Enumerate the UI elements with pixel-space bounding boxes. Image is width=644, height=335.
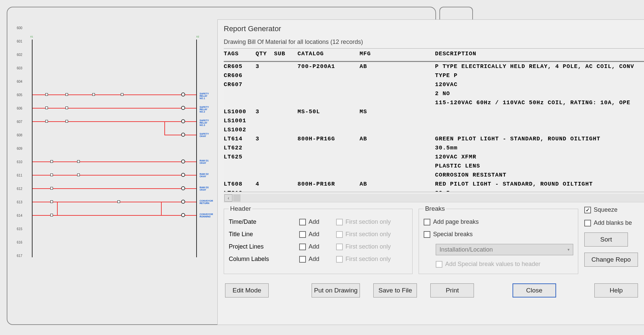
rung-join — [164, 121, 165, 135]
rung-label: CONVEYOR RETURN — [200, 200, 213, 204]
ladder-num: 606 — [17, 107, 22, 110]
comp — [77, 160, 80, 163]
rung-label: CONVEYOR RUNNING — [200, 213, 213, 218]
ladder-rail-right — [196, 40, 197, 257]
rung-label: SAFETY RELAY NO.2 — [200, 106, 211, 113]
comp — [45, 93, 48, 96]
comp — [45, 107, 48, 109]
bus-label: X2 — [196, 36, 199, 38]
add-special-header-checkbox: Add Special break values to header — [436, 261, 573, 268]
put-on-drawing-button[interactable]: Put on Drawing — [312, 283, 360, 297]
rung — [33, 108, 196, 109]
coil — [181, 92, 185, 96]
table-row[interactable]: CR606TYPE P — [224, 71, 644, 80]
titleline-add-checkbox[interactable]: Add — [299, 231, 336, 238]
header-group: Header Time/Date Add First section only … — [224, 205, 413, 274]
dialog-subtitle: Drawing Bill Of Material for all locatio… — [218, 37, 644, 48]
sort-button[interactable]: Sort — [584, 232, 628, 247]
ladder-num: 614 — [17, 214, 22, 217]
table-header-row: TAGS QTY SUB CATALOG MFG DESCRIPTION — [224, 49, 644, 62]
col-catalog: CATALOG — [298, 51, 360, 57]
coil — [181, 133, 185, 137]
change-report-button[interactable]: Change Repo — [584, 253, 638, 267]
coil — [181, 186, 185, 190]
comp — [50, 174, 53, 176]
columns-add-checkbox[interactable]: Add — [299, 256, 336, 263]
timedate-add-checkbox[interactable]: Add — [299, 218, 336, 225]
table-row[interactable]: CR607120VAC — [224, 80, 644, 89]
col-qty: QTY — [256, 51, 274, 57]
header-label: Project Lines — [229, 243, 299, 250]
comp — [77, 174, 80, 176]
comp — [65, 120, 68, 123]
ladder-num: 616 — [17, 241, 22, 244]
comp — [117, 200, 120, 203]
ladder-num: 602 — [17, 53, 22, 57]
coil — [181, 159, 185, 163]
table-row[interactable]: CR6053700-P200A1ABP TYPE ELECTRICALLY HE… — [224, 62, 644, 71]
coil — [181, 106, 185, 110]
project-add-checkbox[interactable]: Add — [299, 243, 336, 250]
close-button[interactable]: Close — [513, 283, 556, 297]
coil — [181, 173, 185, 177]
page-breaks-checkbox[interactable]: Add page breaks — [424, 218, 573, 225]
rung-join — [57, 202, 58, 216]
coil — [181, 119, 185, 123]
print-button[interactable]: Print — [430, 283, 474, 297]
ladder-num: 615 — [17, 227, 22, 231]
col-sub: SUB — [274, 51, 298, 57]
report-table[interactable]: TAGS QTY SUB CATALOG MFG DESCRIPTION CR6… — [224, 48, 644, 192]
coil — [181, 200, 185, 204]
table-row[interactable]: 115-120VAC 60Hz / 110VAC 50Hz COIL, RATI… — [224, 98, 644, 107]
rung-label: RAM D1 OKAY — [200, 159, 211, 164]
timedate-first-checkbox: First section only — [336, 218, 396, 225]
special-breaks-combo[interactable]: Installation/Location ▾ — [436, 244, 573, 255]
table-row[interactable]: LS10003MS-50LMS — [224, 107, 644, 116]
rung — [33, 161, 196, 162]
ladder-num: 605 — [17, 93, 22, 97]
horizontal-scrollbar[interactable]: ‹ — [224, 194, 644, 202]
table-row[interactable]: CORROSION RESISTANT — [224, 171, 644, 180]
table-row[interactable]: PLASTIC LENS — [224, 161, 644, 171]
col-tags: TAGS — [224, 51, 256, 57]
coil — [181, 213, 185, 217]
project-first-checkbox: First section only — [336, 243, 396, 250]
ladder-num: 611 — [17, 174, 22, 177]
squeeze-checkbox[interactable]: Squeeze — [584, 206, 638, 213]
table-row[interactable]: LT6143800H-PR16GABGREEN PILOT LIGHT - ST… — [224, 134, 644, 143]
comp — [50, 160, 53, 163]
report-generator-dialog: Report Generator Drawing Bill Of Materia… — [217, 19, 644, 325]
edit-mode-button[interactable]: Edit Mode — [225, 283, 269, 297]
help-button[interactable]: Help — [594, 283, 638, 297]
rung-label: SAFETY RELAY NO.1 — [200, 92, 211, 99]
table-row[interactable]: 2 NO — [224, 89, 644, 98]
table-row[interactable]: LT61030.5mm — [224, 189, 644, 192]
rung-join — [161, 202, 162, 216]
col-mfg: MFG — [360, 51, 435, 57]
table-row[interactable]: LT625120VAC XFMR — [224, 152, 644, 161]
columns-first-checkbox: First section only — [336, 256, 396, 263]
table-row[interactable]: LS1002 — [224, 125, 644, 134]
table-row[interactable]: LS1001 — [224, 116, 644, 125]
ladder-rail-left — [32, 40, 33, 257]
comp — [50, 200, 53, 203]
rung-label: SAFETY OKAY — [200, 133, 211, 137]
dialog-title: Report Generator — [218, 20, 644, 37]
add-blanks-checkbox[interactable]: Add blanks be — [584, 219, 638, 226]
special-breaks-checkbox[interactable]: Special breaks — [424, 231, 573, 238]
ladder-num: 612 — [17, 187, 22, 191]
combo-value: Installation/Location — [439, 246, 493, 253]
breaks-legend: Breaks — [424, 205, 446, 212]
scroll-left-icon[interactable]: ‹ — [224, 194, 232, 202]
ladder-num: 600 — [17, 26, 22, 30]
header-label: Column Labels — [229, 256, 299, 263]
rung — [33, 175, 196, 176]
breaks-group: Breaks Add page breaks Special breaks In… — [419, 205, 578, 274]
table-row[interactable]: LT62230.5mm — [224, 143, 644, 152]
scroll-thumb[interactable] — [233, 194, 240, 202]
comp — [92, 93, 95, 96]
table-row[interactable]: LT6084800H-PR16RABRED PILOT LIGHT - STAN… — [224, 180, 644, 189]
rung — [33, 121, 196, 122]
save-to-file-button[interactable]: Save to File — [373, 283, 417, 297]
bus-label: X1 — [30, 36, 33, 38]
